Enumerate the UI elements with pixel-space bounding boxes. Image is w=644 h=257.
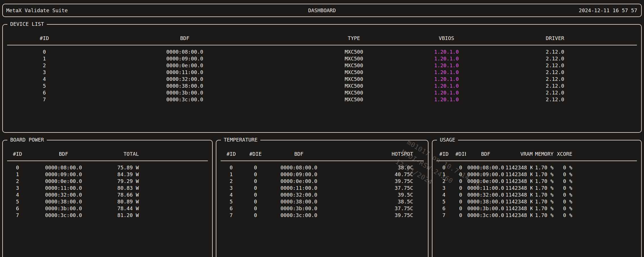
usage-xcore-cell: 0 % xyxy=(554,212,572,219)
device-vbios-cell: 1.20.1.0 xyxy=(424,62,469,69)
power-id-cell: 3 xyxy=(3,185,32,191)
power-id-cell: 1 xyxy=(3,171,32,178)
device-id-cell: 2 xyxy=(3,62,86,69)
table-row: 5 0 0000:38:00.0 38.5C xyxy=(216,198,428,205)
column-header-die: #DIE xyxy=(455,151,466,157)
top-bar-left: MetaX Validate Suite xyxy=(3,7,308,13)
temp-hotspot-cell: 39.75C xyxy=(333,212,413,219)
table-row: 1 0000:09:00.0 MXC500 1.20.1.0 2.12.0 xyxy=(3,55,641,62)
temp-bdf-cell: 0000:3b:00.0 xyxy=(265,205,333,212)
table-row: 0 0000:08:00.0 MXC500 1.20.1.0 2.12.0 xyxy=(3,49,641,55)
board-power-rows: 0 0000:08:00.0 75.89 W 1 0000:09:00.0 84… xyxy=(3,164,212,219)
device-driver-cell: 2.12.0 xyxy=(469,83,641,89)
power-bdf-cell: 0000:08:00.0 xyxy=(32,164,95,171)
power-bdf-cell: 0000:3b:00.0 xyxy=(32,205,95,212)
device-vbios-cell: 1.20.1.0 xyxy=(424,55,469,62)
table-row: 5 0 0000:38:00.0 1142348 KB 1.70 % 0 % xyxy=(432,198,641,205)
app-title: MetaX Validate Suite xyxy=(3,7,68,13)
usage-xcore-cell: 0 % xyxy=(554,178,572,185)
device-driver-cell: 2.12.0 xyxy=(469,55,641,62)
device-type-cell: MXC500 xyxy=(284,76,424,83)
temp-id-cell: 6 xyxy=(216,205,246,212)
temp-id-cell: 4 xyxy=(216,191,246,198)
power-bdf-cell: 0000:11:00.0 xyxy=(32,185,95,191)
device-driver-cell: 2.12.0 xyxy=(469,62,641,69)
usage-xcore-cell: 0 % xyxy=(554,205,572,212)
usage-vram-cell: 1142348 KB xyxy=(506,171,533,178)
table-row: 0 0 0000:08:00.0 38.0C xyxy=(216,164,428,171)
device-bdf-cell: 0000:32:00.0 xyxy=(86,76,284,83)
table-row: 1 0 0000:09:00.0 1142348 KB 1.70 % 0 % xyxy=(432,171,641,178)
usage-xcore-cell: 0 % xyxy=(554,164,572,171)
temp-hotspot-cell: 39.75C xyxy=(333,178,413,185)
power-total-cell: 81.20 W xyxy=(95,212,139,219)
device-driver-cell: 2.12.0 xyxy=(469,49,641,55)
device-list-header-row: #ID BDF TYPE VBIOS DRIVER xyxy=(3,35,641,42)
header-divider xyxy=(7,45,637,45)
usage-bdf-cell: 0000:3b:00.0 xyxy=(466,205,506,212)
table-row: 7 0 0000:3c:00.0 39.75C xyxy=(216,212,428,219)
usage-id-cell: 5 xyxy=(432,198,455,205)
power-total-cell: 80.89 W xyxy=(95,198,139,205)
column-header-vram: VRAM xyxy=(506,151,533,157)
temp-die-cell: 0 xyxy=(246,205,265,212)
table-row: 4 0 0000:32:00.0 1142348 KB 1.70 % 0 % xyxy=(432,191,641,198)
device-vbios-cell: 1.20.1.0 xyxy=(424,69,469,76)
power-bdf-cell: 0000:09:00.0 xyxy=(32,171,95,178)
table-row: 7 0000:3c:00.0 MXC500 1.20.1.0 2.12.0 xyxy=(3,96,641,103)
temp-bdf-cell: 0000:11:00.0 xyxy=(265,185,333,191)
board-power-table: #ID BDF TOTAL 0 0000:08:00.0 75.89 W 1 0… xyxy=(3,140,212,219)
device-driver-cell: 2.12.0 xyxy=(469,96,641,103)
usage-id-cell: 3 xyxy=(432,185,455,191)
usage-die-cell: 0 xyxy=(455,212,466,219)
temp-bdf-cell: 0000:0e:00.0 xyxy=(265,178,333,185)
table-row: 1 0 0000:09:00.0 40.75C xyxy=(216,171,428,178)
usage-die-cell: 0 xyxy=(455,164,466,171)
usage-vram-cell: 1142348 KB xyxy=(506,198,533,205)
column-header-bdf: BDF xyxy=(86,35,284,42)
column-header-total: TOTAL xyxy=(95,151,139,157)
usage-id-cell: 1 xyxy=(432,171,455,178)
table-row: 7 0000:3c:00.0 81.20 W xyxy=(3,212,212,219)
device-bdf-cell: 0000:38:00.0 xyxy=(86,83,284,89)
device-vbios-cell: 1.20.1.0 xyxy=(424,49,469,55)
header-divider xyxy=(7,161,208,161)
table-row: 3 0 0000:11:00.0 37.75C xyxy=(216,185,428,191)
usage-memory-cell: 1.70 % xyxy=(533,205,554,212)
column-header-driver: DRIVER xyxy=(469,35,641,42)
header-divider xyxy=(221,161,424,161)
usage-bdf-cell: 0000:08:00.0 xyxy=(466,164,506,171)
usage-bdf-cell: 0000:3c:00.0 xyxy=(466,212,506,219)
table-row: 5 0000:38:00.0 80.89 W xyxy=(3,198,212,205)
device-id-cell: 7 xyxy=(3,96,86,103)
usage-vram-cell: 1142348 KB xyxy=(506,191,533,198)
usage-memory-cell: 1.70 % xyxy=(533,164,554,171)
usage-memory-cell: 1.70 % xyxy=(533,191,554,198)
power-bdf-cell: 0000:0e:00.0 xyxy=(32,178,95,185)
usage-die-cell: 0 xyxy=(455,171,466,178)
table-row: 5 0000:38:00.0 MXC500 1.20.1.0 2.12.0 xyxy=(3,83,641,89)
device-bdf-cell: 0000:08:00.0 xyxy=(86,49,284,55)
usage-id-cell: 2 xyxy=(432,178,455,185)
device-type-cell: MXC500 xyxy=(284,89,424,96)
table-row: 2 0 0000:0e:00.0 1142348 KB 1.70 % 0 % xyxy=(432,178,641,185)
temp-id-cell: 5 xyxy=(216,198,246,205)
top-bar-right: 2024-12-11 16 57 57 xyxy=(336,7,641,13)
device-id-cell: 4 xyxy=(3,76,86,83)
power-bdf-cell: 0000:38:00.0 xyxy=(32,198,95,205)
page-title: DASHBOARD xyxy=(308,7,336,13)
power-bdf-cell: 0000:3c:00.0 xyxy=(32,212,95,219)
table-row: 0 0000:08:00.0 75.89 W xyxy=(3,164,212,171)
power-total-cell: 75.89 W xyxy=(95,164,139,171)
temperature-panel: TEMPERATURE #ID #DIE BDF HOTSPOT 0 0 000… xyxy=(216,140,428,257)
temp-hotspot-cell: 37.75C xyxy=(333,205,413,212)
usage-vram-cell: 1142348 KB xyxy=(506,185,533,191)
usage-die-cell: 0 xyxy=(455,198,466,205)
usage-header-row: #ID #DIE BDF VRAM MEMORY XCORE xyxy=(432,151,641,157)
device-bdf-cell: 0000:3c:00.0 xyxy=(86,96,284,103)
top-bar: MetaX Validate Suite DASHBOARD 2024-12-1… xyxy=(2,4,642,17)
device-type-cell: MXC500 xyxy=(284,96,424,103)
power-id-cell: 7 xyxy=(3,212,32,219)
timestamp: 2024-12-11 16 57 57 xyxy=(579,7,641,13)
temp-bdf-cell: 0000:3c:00.0 xyxy=(265,212,333,219)
